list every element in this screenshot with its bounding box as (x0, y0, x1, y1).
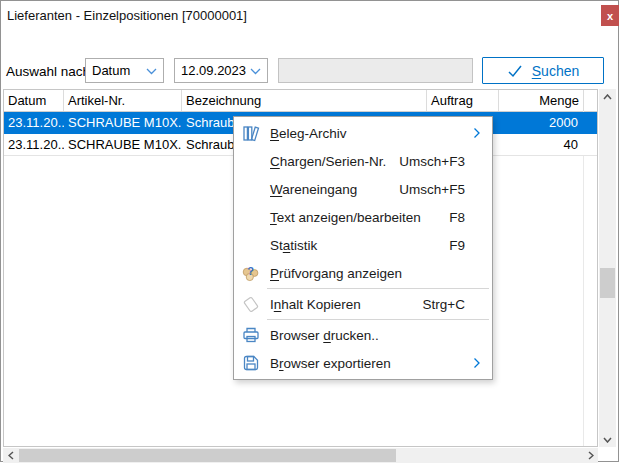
category-select-value: Datum (92, 63, 130, 78)
submenu-chevron-icon (474, 358, 480, 368)
column-header-bezeichnung[interactable]: Bezeichnung (182, 90, 427, 111)
scroll-left-button[interactable] (3, 448, 18, 463)
window-title: Lieferanten - Einzelpositionen [70000001… (7, 8, 247, 23)
menu-item-browser-exportieren[interactable]: Browser exportieren (234, 349, 492, 377)
app-window: Lieferanten - Einzelpositionen [70000001… (0, 0, 622, 463)
printer-icon (240, 325, 262, 345)
table-header: Datum Artikel-Nr. Bezeichnung Auftrag Me… (4, 90, 597, 112)
cell-filler (584, 112, 597, 133)
menu-item-text-anzeigen-bearbeiten[interactable]: Text anzeigen/bearbeiten F8 (234, 203, 492, 231)
scroll-up-button[interactable] (599, 89, 616, 104)
menu-item-wareneingang[interactable]: Wareneingang Umsch+F5 (234, 175, 492, 203)
menu-item-pruefvorgang-anzeigen[interactable]: ? Prüfvorgang anzeigen (234, 259, 492, 287)
column-header-auftrag[interactable]: Auftrag (427, 90, 499, 111)
horizontal-scrollbar-thumb[interactable] (19, 449, 396, 462)
window-frame: Lieferanten - Einzelpositionen [70000001… (0, 0, 619, 462)
column-header-menge[interactable]: Menge (499, 90, 584, 111)
date-select[interactable]: 12.09.2023 (174, 58, 268, 83)
menu-item-browser-drucken[interactable]: Browser drucken.. (234, 321, 492, 349)
cell-artikel-nr: SCHRAUBE M10X... (64, 134, 182, 155)
svg-text:?: ? (247, 265, 254, 277)
date-select-value: 12.09.2023 (181, 63, 246, 78)
check-icon (507, 64, 523, 78)
search-button-label: Suchen (532, 63, 580, 79)
menu-item-statistik[interactable]: Statistik F9 (234, 231, 492, 259)
icon-spacer (240, 151, 262, 171)
cell-artikel-nr: SCHRAUBE M10X... (64, 112, 182, 133)
icon-spacer (240, 207, 262, 227)
copy-icon (240, 294, 262, 314)
menu-item-inhalt-kopieren[interactable]: Inhalt Kopieren Strg+C (234, 290, 492, 318)
cell-datum: 23.11.20... (4, 134, 64, 155)
close-button[interactable]: x (601, 5, 619, 26)
vertical-scrollbar-thumb[interactable] (600, 268, 615, 298)
question-spheres-icon: ? (240, 263, 262, 283)
context-menu: Beleg-Archiv Chargen/Serien-Nr. Umsch+F3… (233, 116, 493, 380)
menu-item-beleg-archiv[interactable]: Beleg-Archiv (234, 119, 492, 147)
column-header-artikel-nr[interactable]: Artikel-Nr. (64, 90, 182, 111)
cell-datum: 23.11.20... (4, 112, 64, 133)
column-divider (583, 111, 584, 446)
cell-menge: 2000 (499, 112, 584, 133)
scroll-right-button[interactable] (583, 448, 598, 463)
vertical-scrollbar[interactable] (599, 89, 616, 447)
save-icon (240, 353, 262, 373)
horizontal-scrollbar[interactable] (3, 448, 598, 463)
category-select[interactable]: Datum (85, 58, 164, 83)
menu-separator (267, 288, 489, 289)
submenu-chevron-icon (474, 128, 480, 138)
icon-spacer (240, 179, 262, 199)
search-button[interactable]: Suchen (482, 57, 604, 84)
cell-filler (584, 134, 597, 155)
auswahl-nach-label: Auswahl nach (6, 64, 90, 79)
chevron-down-icon (146, 68, 157, 75)
search-input[interactable] (278, 58, 473, 83)
menu-separator (267, 319, 489, 320)
column-header-filler (584, 90, 597, 111)
cell-menge: 40 (499, 134, 584, 155)
books-icon (240, 123, 262, 143)
chevron-down-icon (250, 68, 261, 75)
menu-item-chargen-serien-nr[interactable]: Chargen/Serien-Nr. Umsch+F3 (234, 147, 492, 175)
column-header-datum[interactable]: Datum (4, 90, 64, 111)
icon-spacer (240, 235, 262, 255)
scroll-down-button[interactable] (599, 432, 616, 447)
